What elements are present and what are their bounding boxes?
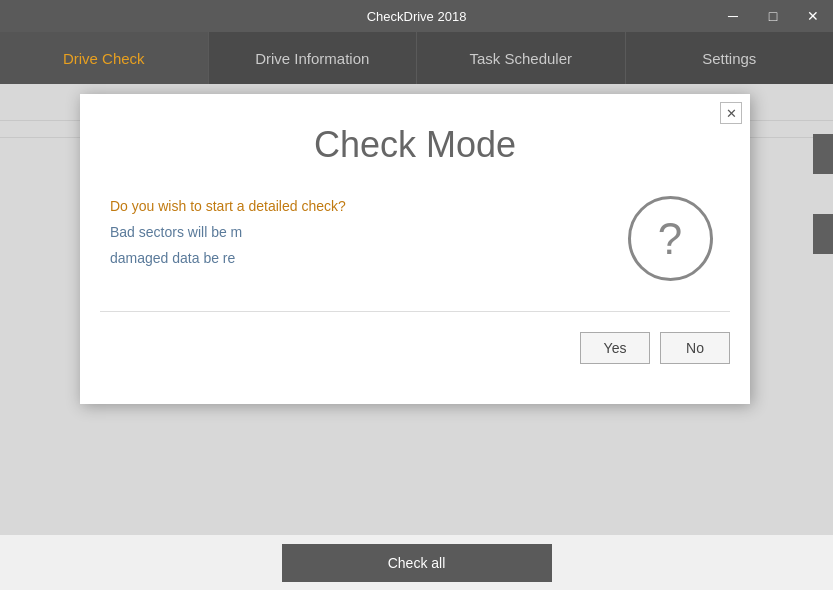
dialog-body: Do you wish to start a detailed check? B…	[80, 186, 750, 301]
no-button[interactable]: No	[660, 332, 730, 364]
dialog-detail-line2: damaged data be re	[110, 248, 600, 269]
modal-overlay: ✕ Check Mode Do you wish to start a deta…	[0, 84, 833, 590]
nav-tabs: Drive Check Drive Information Task Sched…	[0, 32, 833, 84]
dialog-icon-area: ?	[620, 196, 720, 281]
tab-drive-information[interactable]: Drive Information	[209, 32, 418, 84]
dialog-detail-line1: Bad sectors will be m	[110, 222, 600, 243]
tab-drive-check[interactable]: Drive Check	[0, 32, 209, 84]
bottom-bar: Check all	[0, 535, 833, 590]
check-mode-dialog: ✕ Check Mode Do you wish to start a deta…	[80, 94, 750, 404]
title-bar: CheckDrive 2018 ─ □ ✕	[0, 0, 833, 32]
yes-button[interactable]: Yes	[580, 332, 650, 364]
tab-settings[interactable]: Settings	[626, 32, 834, 84]
dialog-divider	[100, 311, 730, 312]
main-content: Drive First Impression Scan ✕ Check Mode…	[0, 84, 833, 590]
dialog-title: Check Mode	[80, 94, 750, 186]
dialog-text: Do you wish to start a detailed check? B…	[110, 196, 600, 281]
question-mark-icon: ?	[628, 196, 713, 281]
window-close-button[interactable]: ✕	[793, 0, 833, 32]
app-title: CheckDrive 2018	[367, 9, 467, 24]
minimize-button[interactable]: ─	[713, 0, 753, 32]
dialog-footer: Yes No	[80, 322, 750, 384]
title-bar-controls: ─ □ ✕	[713, 0, 833, 32]
tab-task-scheduler[interactable]: Task Scheduler	[417, 32, 626, 84]
maximize-button[interactable]: □	[753, 0, 793, 32]
dialog-question: Do you wish to start a detailed check?	[110, 196, 600, 217]
check-all-button[interactable]: Check all	[282, 544, 552, 582]
dialog-close-button[interactable]: ✕	[720, 102, 742, 124]
